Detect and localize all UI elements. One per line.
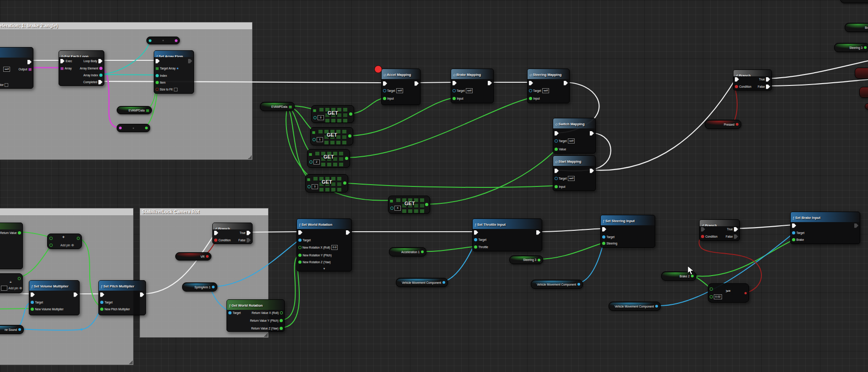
exec-in-pin[interactable] bbox=[156, 59, 160, 64]
exec-out-false-pin[interactable] bbox=[766, 85, 770, 89]
exec-out-true-pin[interactable] bbox=[734, 227, 738, 232]
float-pin[interactable] bbox=[298, 260, 302, 264]
bool-pin[interactable] bbox=[701, 235, 704, 238]
compare-value-box[interactable]: 0.02 bbox=[714, 294, 722, 299]
node-set-volume-multiplier[interactable]: ƒSet Volume MultiplierTarget is Audio Co… bbox=[29, 280, 80, 315]
array-pin[interactable]: ▦ bbox=[390, 199, 393, 202]
variable-pill-acceleration1[interactable]: Acceleration 1 bbox=[389, 247, 426, 256]
variable-pill-evampdata[interactable]: EVAMPData ▦ bbox=[260, 102, 295, 111]
exec-out-pin[interactable] bbox=[98, 80, 102, 85]
float-pin[interactable] bbox=[474, 245, 477, 249]
float-pin[interactable] bbox=[421, 250, 424, 253]
exec-in-pin[interactable] bbox=[555, 131, 559, 136]
exec-out-pin[interactable] bbox=[98, 59, 102, 64]
variable-pill-vehicle-movement[interactable]: Vehicle Movement Component bbox=[396, 278, 448, 287]
object-pin[interactable] bbox=[18, 328, 21, 331]
float-pin[interactable] bbox=[453, 97, 456, 100]
float-pin[interactable] bbox=[529, 97, 532, 100]
object-pin[interactable] bbox=[474, 238, 477, 241]
self-value-box[interactable]: self bbox=[466, 88, 473, 93]
chevron-down-icon[interactable]: ▾ bbox=[297, 267, 351, 271]
exec-out-pin[interactable] bbox=[140, 292, 144, 297]
self-value-box[interactable]: self bbox=[396, 88, 403, 93]
array-pin[interactable]: ▦ bbox=[60, 67, 64, 70]
float-pin[interactable] bbox=[349, 112, 352, 116]
object-pin[interactable] bbox=[529, 89, 532, 92]
node-set-array-elem[interactable]: ƒSet Array Elem ▦Target Array◉ Index Ite… bbox=[154, 50, 194, 94]
float-pin[interactable] bbox=[555, 148, 558, 151]
exec-in-pin[interactable] bbox=[602, 227, 606, 232]
array-pin[interactable]: ▦ bbox=[28, 68, 32, 71]
add-pin-icon[interactable]: ⊕ bbox=[19, 287, 22, 290]
node-set-world-rotation[interactable]: ƒSet World RotationTarget is Scene Compo… bbox=[297, 218, 352, 271]
exec-in-pin[interactable] bbox=[214, 231, 218, 235]
array-pin[interactable] bbox=[175, 39, 178, 42]
node-branch-camera[interactable]: ↱Branch True Condition False bbox=[212, 223, 253, 244]
exec-out-pin[interactable] bbox=[564, 81, 568, 85]
float-pin[interactable] bbox=[348, 134, 351, 138]
exec-out-pin[interactable] bbox=[488, 81, 492, 85]
node-accel-mapping[interactable]: ◇Accel MappingTarget is Chopper Pawn Tar… bbox=[381, 69, 421, 105]
self-value-box[interactable]: self bbox=[568, 176, 575, 181]
float-pin[interactable] bbox=[710, 287, 713, 291]
exec-in-pin[interactable] bbox=[792, 223, 796, 228]
exec-in-pin[interactable] bbox=[735, 77, 739, 82]
wire-layer[interactable] bbox=[0, 0, 868, 372]
variable-pill-vr[interactable]: VR bbox=[175, 252, 211, 260]
node-array-get-4[interactable]: GET ▦ 4 bbox=[388, 196, 430, 214]
int-pin[interactable] bbox=[313, 116, 317, 119]
bool-pin[interactable] bbox=[206, 255, 209, 258]
node-brake-mapping[interactable]: ◇Brake MappingTarget is Chopper Pawn Tar… bbox=[451, 69, 494, 103]
variable-pill-steering3[interactable]: Steering 3 bbox=[509, 255, 543, 264]
exec-out-pin[interactable] bbox=[536, 230, 540, 235]
node-compare-greater-equal[interactable]: 0.02 >= bbox=[708, 283, 749, 303]
exec-out-true-pin[interactable] bbox=[766, 77, 770, 82]
reroute-node[interactable] bbox=[117, 124, 150, 132]
object-pin[interactable] bbox=[602, 235, 605, 239]
int-pin[interactable] bbox=[313, 138, 316, 141]
exec-in-pin[interactable] bbox=[555, 169, 559, 173]
exec-out-pin[interactable] bbox=[27, 60, 32, 64]
float-pin[interactable] bbox=[298, 254, 302, 257]
float-pin[interactable] bbox=[99, 67, 102, 70]
object-pin[interactable] bbox=[31, 301, 34, 304]
exec-in-pin[interactable] bbox=[298, 230, 302, 235]
float-pin[interactable] bbox=[298, 246, 302, 249]
exec-in-pin[interactable] bbox=[529, 81, 533, 85]
node-steering-mapping[interactable]: ◇Steering MappingTarget is Chopper Pawn … bbox=[527, 69, 570, 103]
index-value-box[interactable]: 0 bbox=[318, 115, 324, 120]
add-pin-icon[interactable]: ⊕ bbox=[71, 244, 74, 247]
array-pin[interactable]: ▦ bbox=[313, 109, 316, 112]
exec-out-pin[interactable] bbox=[415, 81, 419, 86]
exec-in-pin[interactable] bbox=[383, 81, 387, 86]
node-array-get-0[interactable]: GET ▦ 0 bbox=[311, 105, 354, 123]
float-pin[interactable] bbox=[18, 277, 21, 280]
variable-pill-engine-sound[interactable]: ne Sound bbox=[0, 325, 24, 334]
rotation-x-value-box[interactable]: 0.0 bbox=[331, 245, 338, 250]
index-value-box[interactable]: 4 bbox=[394, 206, 401, 211]
node-branch-right[interactable]: ↱Branch True Condition False bbox=[699, 219, 740, 241]
float-pin[interactable] bbox=[156, 81, 159, 84]
variable-pill-steering3-top[interactable]: Steering 3 bbox=[834, 43, 868, 52]
node-set-pitch-multiplier[interactable]: ƒSet Pitch MultiplierTarget is Audio Com… bbox=[98, 280, 146, 315]
divide-value-box[interactable] bbox=[1, 286, 7, 291]
float-pin[interactable] bbox=[31, 308, 34, 311]
node-line[interactable]: ƒLines Chopper Pawn self ▦Output ator bbox=[0, 47, 33, 89]
node-set-steering-input[interactable]: ƒSet Steering InputTarget is Chaos Vehic… bbox=[600, 215, 655, 248]
object-pin[interactable] bbox=[555, 177, 558, 180]
float-pin[interactable] bbox=[425, 203, 428, 206]
object-pin[interactable] bbox=[383, 89, 386, 92]
variable-pill-pressed[interactable]: Pressed bbox=[705, 120, 741, 129]
variable-pill-vehicle-movement[interactable]: Vehicle Movement Component bbox=[609, 302, 661, 311]
checkbox[interactable] bbox=[5, 83, 8, 87]
index-value-box[interactable]: 3 bbox=[312, 184, 318, 189]
float-pin[interactable] bbox=[864, 46, 867, 49]
array-pin[interactable]: ▦ bbox=[309, 153, 312, 156]
object-pin[interactable] bbox=[655, 305, 658, 308]
int-pin[interactable] bbox=[156, 74, 159, 77]
object-pin[interactable] bbox=[298, 239, 302, 242]
array-pin[interactable]: ▦ bbox=[146, 109, 149, 112]
node-set-brake-input[interactable]: ƒSet Brake InputTarget is Chaos Vehicle … bbox=[790, 212, 860, 244]
array-pin[interactable]: ▦ bbox=[156, 67, 159, 70]
float-pin[interactable] bbox=[555, 185, 558, 188]
